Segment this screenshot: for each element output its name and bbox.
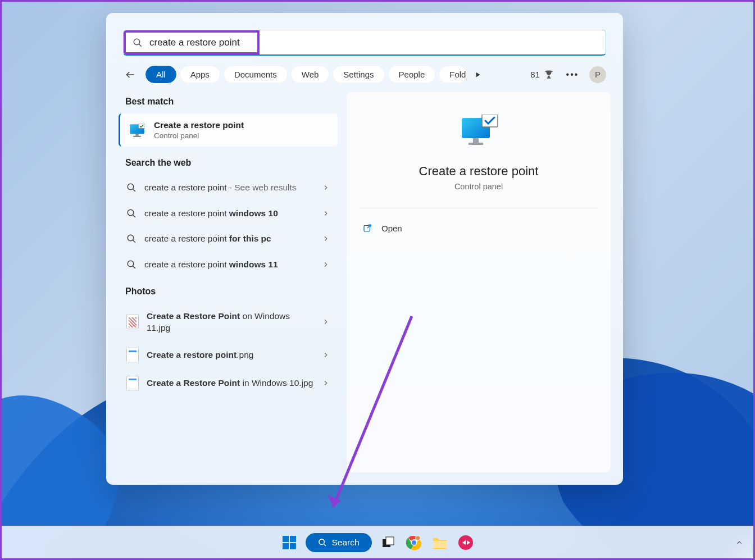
chevron-right-icon <box>322 351 330 359</box>
svg-line-1 <box>139 44 142 47</box>
svg-rect-28 <box>290 543 296 549</box>
chevron-right-icon <box>322 318 330 326</box>
web-result[interactable]: create a restore point windows 11 <box>119 252 338 277</box>
chevron-up-icon <box>735 539 743 547</box>
action-label: Open <box>381 224 402 233</box>
rewards-points: 81 <box>530 70 540 79</box>
svg-line-16 <box>133 266 135 268</box>
chevron-right-icon <box>322 210 330 217</box>
filter-all[interactable]: All <box>145 66 176 83</box>
svg-rect-7 <box>133 135 141 136</box>
svg-rect-32 <box>386 537 394 545</box>
photo-result[interactable]: Create a restore point.png <box>119 341 338 369</box>
chevron-right-icon <box>322 235 330 243</box>
svg-point-11 <box>128 210 134 216</box>
filter-web[interactable]: Web <box>291 66 330 83</box>
result-title: Create a restore point <box>154 120 330 130</box>
svg-rect-25 <box>283 536 289 542</box>
detail-subtitle: Control panel <box>454 182 503 191</box>
photo-results-list: Create a Restore Point on Windows 11.jpg… <box>119 303 338 397</box>
svg-point-29 <box>319 539 324 544</box>
control-panel-icon <box>128 121 146 139</box>
svg-point-13 <box>128 235 134 241</box>
svg-rect-18 <box>473 138 479 143</box>
detail-app-icon <box>458 115 499 153</box>
search-bar[interactable] <box>123 30 606 56</box>
svg-rect-37 <box>433 541 447 548</box>
filter-documents[interactable]: Documents <box>224 66 288 83</box>
detail-pane: Create a restore point Control panel Ope… <box>347 92 611 472</box>
svg-marker-3 <box>476 72 480 77</box>
web-result[interactable]: create a restore point - See web results <box>119 175 338 201</box>
photos-header: Photos <box>119 282 338 303</box>
search-icon <box>126 183 137 193</box>
start-button[interactable] <box>280 533 299 552</box>
open-action[interactable]: Open <box>360 217 597 239</box>
result-subtitle: Control panel <box>154 131 330 140</box>
more-options-button[interactable]: ••• <box>565 70 580 80</box>
results-column: Best match Create a restore point Contro… <box>119 92 338 472</box>
image-thumbnail-icon <box>126 376 139 390</box>
filter-people[interactable]: People <box>388 66 436 83</box>
svg-rect-19 <box>469 143 483 145</box>
svg-line-12 <box>133 215 135 217</box>
svg-line-30 <box>324 544 326 546</box>
svg-point-36 <box>415 535 420 540</box>
more-filters-button[interactable] <box>471 68 485 81</box>
best-match-header: Best match <box>119 92 338 113</box>
filter-apps[interactable]: Apps <box>180 66 220 83</box>
open-external-icon <box>362 223 372 233</box>
filter-settings[interactable]: Settings <box>333 66 384 83</box>
web-result[interactable]: create a restore point for this pc <box>119 226 338 252</box>
back-button[interactable] <box>123 67 138 82</box>
best-match-result[interactable]: Create a restore point Control panel <box>119 113 338 147</box>
task-view-button[interactable] <box>379 533 398 552</box>
image-thumbnail-icon <box>126 348 139 362</box>
svg-rect-6 <box>135 134 139 136</box>
taskbar: Search <box>2 526 753 558</box>
image-thumbnail-icon <box>126 315 139 329</box>
svg-point-0 <box>134 39 140 45</box>
web-results-list: create a restore point - See web results… <box>119 175 338 277</box>
divider <box>360 208 597 208</box>
search-icon <box>126 234 137 244</box>
search-flyout: All Apps Documents Web Settings People F… <box>106 13 623 485</box>
pinned-app-icon[interactable] <box>456 533 475 552</box>
user-avatar[interactable]: P <box>589 66 606 83</box>
filter-folders[interactable]: Fold <box>439 66 467 83</box>
photo-result[interactable]: Create a Restore Point in Windows 10.jpg <box>119 369 338 397</box>
search-icon <box>126 208 137 218</box>
search-input[interactable] <box>149 37 251 48</box>
search-label: Search <box>331 538 359 548</box>
search-icon <box>126 259 137 270</box>
search-web-header: Search the web <box>119 153 338 175</box>
svg-point-9 <box>128 184 134 190</box>
svg-line-10 <box>133 189 135 192</box>
trophy-icon <box>543 69 554 80</box>
chevron-right-icon <box>322 261 330 268</box>
svg-line-14 <box>133 240 135 243</box>
filter-tabs: All Apps Documents Web Settings People F… <box>106 61 623 92</box>
detail-title: Create a restore point <box>419 164 539 179</box>
rewards-badge[interactable]: 81 <box>530 69 554 80</box>
file-explorer-icon[interactable] <box>430 533 449 552</box>
svg-point-15 <box>128 261 134 267</box>
search-icon <box>318 538 327 547</box>
annotation-highlight <box>124 30 260 54</box>
chevron-right-icon <box>322 379 330 387</box>
chevron-right-icon <box>322 184 330 192</box>
taskbar-search-button[interactable]: Search <box>306 533 371 552</box>
system-tray[interactable] <box>735 539 743 547</box>
search-icon <box>133 38 143 48</box>
chrome-app-icon[interactable] <box>404 533 424 552</box>
svg-rect-26 <box>290 536 296 542</box>
photo-result[interactable]: Create a Restore Point on Windows 11.jpg <box>119 303 338 341</box>
web-result[interactable]: create a restore point windows 10 <box>119 201 338 226</box>
svg-rect-27 <box>283 543 289 549</box>
